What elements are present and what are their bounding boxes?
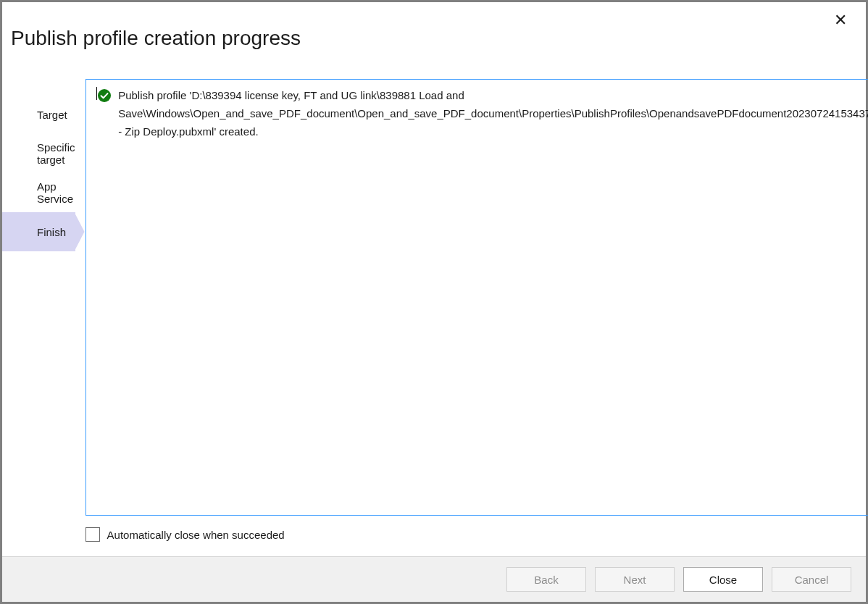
log-panel[interactable]: Publish profile 'D:\839394 license key, … (85, 79, 868, 516)
step-label: Finish (37, 226, 66, 238)
main-panel: Publish profile 'D:\839394 license key, … (75, 79, 868, 556)
step-label: App Service (37, 180, 75, 205)
window-border: ✕ Publish profile creation progress Targ… (0, 0, 868, 604)
text-cursor (96, 87, 97, 100)
step-specific-target[interactable]: Specific target (2, 134, 75, 173)
back-button[interactable]: Back (506, 567, 586, 592)
log-entry: Publish profile 'D:\839394 license key, … (96, 87, 868, 140)
auto-close-checkbox[interactable] (85, 527, 100, 542)
step-finish[interactable]: Finish (2, 212, 75, 251)
log-message: Publish profile 'D:\839394 license key, … (118, 87, 868, 140)
cancel-button[interactable]: Cancel (772, 567, 851, 592)
step-label: Target (37, 109, 67, 121)
auto-close-row: Automatically close when succeeded (85, 516, 868, 556)
auto-close-label: Automatically close when succeeded (107, 529, 285, 541)
wizard-steps-sidebar: Target Specific target App Service Finis… (2, 79, 75, 556)
success-check-icon (98, 89, 111, 104)
step-app-service[interactable]: App Service (2, 173, 75, 212)
step-target[interactable]: Target (2, 95, 75, 134)
svg-point-0 (98, 89, 111, 102)
next-button[interactable]: Next (595, 567, 675, 592)
close-icon[interactable]: ✕ (828, 8, 853, 33)
content-area: Target Specific target App Service Finis… (2, 50, 866, 556)
dialog-window: ✕ Publish profile creation progress Targ… (2, 2, 866, 602)
close-button[interactable]: Close (683, 567, 763, 592)
dialog-footer: Back Next Close Cancel (2, 556, 866, 602)
step-label: Specific target (37, 141, 75, 166)
dialog-title: Publish profile creation progress (2, 2, 866, 50)
